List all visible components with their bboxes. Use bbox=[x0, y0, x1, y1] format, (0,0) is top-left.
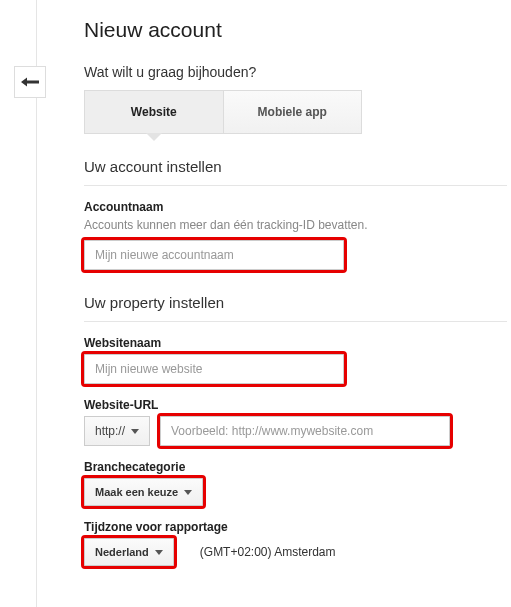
category-label: Branchecategorie bbox=[84, 460, 507, 474]
chevron-down-icon bbox=[184, 490, 192, 495]
protocol-select[interactable]: http:// bbox=[84, 416, 150, 446]
timezone-country-value: Nederland bbox=[95, 546, 149, 558]
accountname-label: Accountnaam bbox=[84, 200, 507, 214]
chevron-down-icon bbox=[155, 550, 163, 555]
website-url-label: Website-URL bbox=[84, 398, 507, 412]
chevron-down-icon bbox=[131, 429, 139, 434]
websitename-input[interactable] bbox=[84, 354, 344, 384]
tab-website[interactable]: Website bbox=[85, 91, 223, 134]
main-content: Nieuw account Wat wilt u graag bijhouden… bbox=[84, 18, 511, 566]
property-section-heading: Uw property instellen bbox=[84, 294, 507, 311]
timezone-country-select[interactable]: Nederland bbox=[84, 538, 174, 566]
tracking-question: Wat wilt u graag bijhouden? bbox=[84, 64, 507, 80]
website-url-input[interactable] bbox=[160, 416, 450, 446]
accountname-input[interactable] bbox=[84, 240, 344, 270]
divider bbox=[84, 185, 507, 186]
account-section-heading: Uw account instellen bbox=[84, 158, 507, 175]
timezone-display: (GMT+02:00) Amsterdam bbox=[200, 545, 336, 559]
back-button[interactable] bbox=[14, 66, 46, 98]
category-value: Maak een keuze bbox=[95, 486, 178, 498]
back-arrow-icon bbox=[21, 76, 39, 88]
protocol-value: http:// bbox=[95, 424, 125, 438]
tab-mobile-app[interactable]: Mobiele app bbox=[223, 91, 362, 134]
page-title: Nieuw account bbox=[84, 18, 507, 42]
url-row: http:// bbox=[84, 416, 507, 446]
websitename-label: Websitenaam bbox=[84, 336, 507, 350]
timezone-row: Nederland (GMT+02:00) Amsterdam bbox=[84, 538, 507, 566]
tracking-tabs: Website Mobiele app bbox=[84, 90, 362, 134]
timezone-label: Tijdzone voor rapportage bbox=[84, 520, 507, 534]
category-select[interactable]: Maak een keuze bbox=[84, 478, 203, 506]
accountname-helper: Accounts kunnen meer dan één tracking-ID… bbox=[84, 218, 507, 232]
divider bbox=[84, 321, 507, 322]
